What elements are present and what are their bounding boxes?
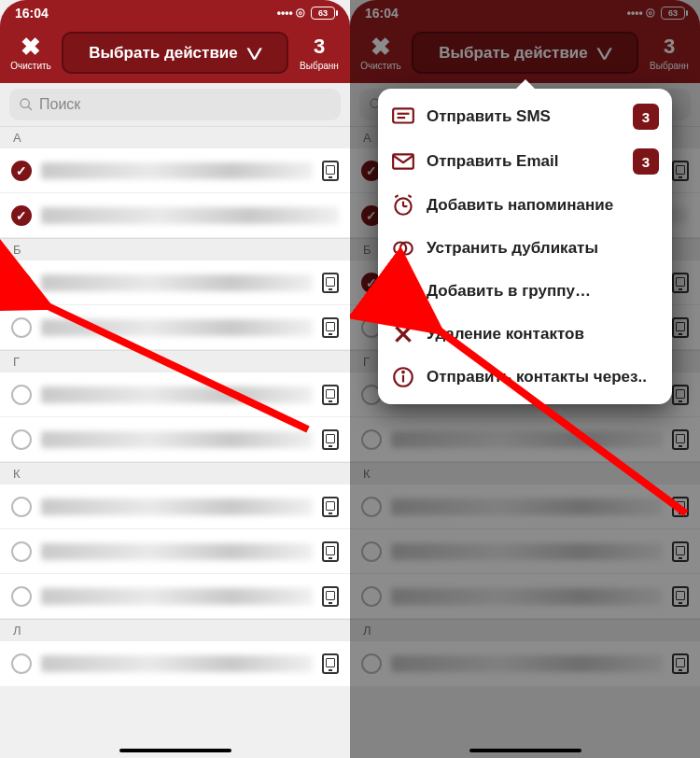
svg-rect-17	[395, 287, 407, 302]
contact-name-blur	[41, 274, 313, 291]
contact-row[interactable]	[0, 193, 350, 238]
contact-name-blur	[41, 655, 313, 672]
contact-name-blur	[41, 588, 313, 605]
count-badge: 3	[633, 104, 659, 130]
alarm-icon	[391, 193, 415, 218]
menu-add-reminder[interactable]: Добавить напоминание	[378, 184, 672, 227]
info-icon	[391, 365, 415, 389]
copy-icon	[391, 279, 415, 303]
search-icon	[19, 97, 34, 112]
section-header: Б	[0, 238, 350, 260]
section-header: А	[0, 126, 350, 148]
sms-icon	[391, 105, 415, 129]
checkbox-icon[interactable]	[11, 273, 32, 293]
contact-name-blur	[41, 386, 313, 403]
checkbox-icon[interactable]	[11, 385, 32, 405]
contact-row[interactable]	[0, 484, 350, 529]
phone-icon	[322, 161, 339, 181]
contact-row[interactable]	[0, 148, 350, 193]
phone-icon	[322, 586, 339, 607]
contact-name-blur	[41, 431, 313, 448]
phone-icon	[322, 653, 339, 674]
search-wrapper: Поиск	[0, 83, 350, 126]
svg-rect-16	[399, 282, 411, 297]
contact-name-blur	[41, 498, 313, 515]
checkbox-icon[interactable]	[11, 205, 32, 226]
contact-row[interactable]	[0, 305, 350, 350]
svg-line-13	[408, 195, 411, 197]
contact-name-blur	[41, 319, 313, 336]
svg-rect-5	[393, 108, 413, 122]
section-header: Л	[0, 619, 350, 641]
battery-icon: 63	[311, 7, 335, 20]
phone-icon	[322, 385, 339, 405]
phone-icon	[322, 273, 339, 293]
screen-left: 16:04 •••• ⦾ 63 ✖ Очистить Выбрать дейст…	[0, 0, 350, 758]
close-icon: ✖	[21, 35, 41, 59]
screen-right: 16:04 •••• ⦾ 63 ✖ Очистить Выбрать дейст…	[350, 0, 700, 758]
status-signal-icon: •••• ⦾	[277, 7, 305, 20]
contact-name-blur	[41, 207, 339, 224]
email-icon	[391, 149, 415, 174]
menu-remove-duplicates[interactable]: Устранить дубликаты	[378, 227, 672, 270]
phone-icon	[322, 429, 339, 450]
home-indicator[interactable]	[119, 749, 231, 752]
phone-icon	[322, 497, 339, 517]
checkbox-icon[interactable]	[11, 653, 32, 674]
checkbox-icon[interactable]	[11, 586, 32, 607]
status-bar: 16:04 •••• ⦾ 63	[0, 0, 350, 26]
duplicates-icon	[391, 236, 415, 260]
selected-count[interactable]: 3 Выбранн	[294, 35, 344, 71]
choose-action-button[interactable]: Выбрать действие ⋁	[62, 32, 288, 74]
menu-share-contacts[interactable]: Отправить контакты через..	[378, 356, 672, 399]
menu-add-to-group[interactable]: Добавить в группу…	[378, 270, 672, 313]
chevron-down-icon: ⋁	[247, 46, 261, 60]
menu-delete-contacts[interactable]: Удаление контактов	[378, 313, 672, 356]
action-menu: Отправить SMS 3 Отправить Email 3 Добави…	[378, 89, 672, 404]
checkbox-icon[interactable]	[11, 429, 32, 450]
count-badge: 3	[633, 148, 659, 175]
checkbox-icon[interactable]	[11, 497, 32, 517]
action-label: Выбрать действие	[89, 44, 237, 63]
section-header: К	[0, 462, 350, 484]
svg-line-1	[28, 106, 32, 110]
header: ✖ Очистить Выбрать действие ⋁ 3 Выбранн	[0, 26, 350, 83]
search-input[interactable]: Поиск	[9, 89, 341, 120]
contact-name-blur	[41, 162, 313, 179]
contact-row[interactable]	[0, 417, 350, 462]
checkbox-icon[interactable]	[11, 541, 32, 562]
status-time: 16:04	[15, 6, 49, 21]
phone-icon	[322, 541, 339, 562]
delete-icon	[391, 322, 415, 346]
menu-send-sms[interactable]: Отправить SMS 3	[378, 94, 672, 139]
phone-icon	[322, 317, 339, 338]
contact-row[interactable]	[0, 260, 350, 305]
contact-row[interactable]	[0, 372, 350, 417]
checkbox-icon[interactable]	[11, 317, 32, 338]
section-header: Г	[0, 350, 350, 372]
contact-row[interactable]	[0, 574, 350, 619]
svg-point-22	[402, 372, 404, 373]
contact-row[interactable]	[0, 529, 350, 574]
checkbox-icon[interactable]	[11, 161, 32, 181]
contact-name-blur	[41, 543, 313, 560]
menu-send-email[interactable]: Отправить Email 3	[378, 139, 672, 184]
svg-line-12	[395, 195, 398, 197]
svg-point-0	[21, 99, 29, 107]
clear-button[interactable]: ✖ Очистить	[6, 35, 56, 71]
contact-row[interactable]	[0, 641, 350, 686]
